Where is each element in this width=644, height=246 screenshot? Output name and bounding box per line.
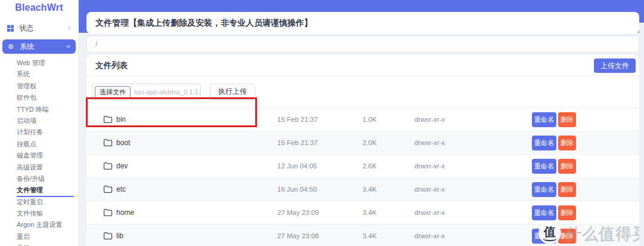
rename-button[interactable]: 重命名 xyxy=(532,205,556,220)
sidebar-item-label: 系统 xyxy=(20,42,34,52)
chevron-down-icon xyxy=(66,44,70,48)
submenu-item-mount-points[interactable]: 挂载点 xyxy=(0,139,78,150)
delete-button[interactable]: 删除 xyxy=(558,159,576,174)
file-size: 3.4K xyxy=(363,201,377,225)
folder-icon xyxy=(103,185,113,193)
file-permissions: drwxr-xr-x xyxy=(414,131,445,155)
delete-button[interactable]: 删除 xyxy=(558,182,576,197)
watermark-text: 什么值得买 xyxy=(565,223,644,245)
path-input[interactable]: / xyxy=(86,36,639,53)
file-name: etc xyxy=(116,178,126,201)
rename-button[interactable]: 重命名 xyxy=(532,136,556,150)
file-name: lib xyxy=(116,225,123,246)
submenu-item-software[interactable]: 软件包 xyxy=(0,92,78,103)
file-name: boot xyxy=(116,131,130,155)
delete-button[interactable]: 删除 xyxy=(558,205,576,220)
file-input[interactable]: 选择文件 luci-app-aliddns_0.1.1-1_all.ipk xyxy=(92,84,201,100)
sidebar-item-label: 状态 xyxy=(19,23,33,33)
file-size: 2.0K xyxy=(363,131,377,155)
page-title: 文件管理【集成上传删除及安装，非专业人员请谨慎操作】 xyxy=(86,12,639,34)
submenu-item-advanced-settings[interactable]: 高级设置 xyxy=(0,162,78,173)
folder-icon xyxy=(103,115,113,124)
submenu-item-startup[interactable]: 启动项 xyxy=(0,115,78,127)
file-list-header: 文件列表 上传文件 xyxy=(86,55,639,76)
file-name: dev xyxy=(116,155,128,178)
table-row[interactable]: dev 12 Jun 04:05 2.6K drwxr-xr-x 重命名 删除 xyxy=(86,154,639,177)
folder-icon xyxy=(103,208,113,217)
file-date: 27 May 23:08 xyxy=(277,225,319,246)
file-permissions: drwxr-xr-x xyxy=(414,108,445,131)
file-name: home xyxy=(116,201,134,225)
submenu-item-shutdown[interactable]: 关机 xyxy=(0,242,78,246)
chevron-right-icon xyxy=(66,26,70,30)
file-date: 15 Feb 21:37 xyxy=(277,131,318,155)
system-submenu: Web 管理 系统 管理权 软件包 TTYD 终端 启动项 计划任务 挂载点 磁… xyxy=(0,57,78,246)
submenu-item-admin-rights[interactable]: 管理权 xyxy=(0,81,78,92)
folder-icon xyxy=(103,139,113,147)
sidebar-item-status[interactable]: 状态 xyxy=(2,21,76,35)
submenu-item-argon-theme[interactable]: Argon 主题设置 xyxy=(0,219,78,230)
choose-file-button[interactable]: 选择文件 xyxy=(95,86,131,99)
app-logo: BleachWrt xyxy=(0,0,78,13)
main-content: 文件管理【集成上传删除及安装，非专业人员请谨慎操作】 / 文件列表 上传文件 选… xyxy=(79,0,644,246)
file-date: 15 Feb 21:37 xyxy=(277,108,318,131)
file-size: 2.6K xyxy=(363,155,377,178)
rename-button[interactable]: 重命名 xyxy=(532,112,556,127)
submenu-item-disk-management[interactable]: 磁盘管理 xyxy=(0,150,78,161)
file-list-card: 文件列表 上传文件 选择文件 luci-app-aliddns_0.1.1-1_… xyxy=(86,55,639,246)
page-title-card: 文件管理【集成上传删除及安装，非专业人员请谨慎操作】 xyxy=(86,12,639,34)
rename-button[interactable]: 重命名 xyxy=(532,159,556,174)
file-size: 3.4K xyxy=(363,178,377,201)
submenu-item-file-management[interactable]: 文件管理 xyxy=(0,184,78,196)
sidebar-item-system[interactable]: ⚙ 系统 xyxy=(2,39,76,54)
gear-icon: ⚙ xyxy=(7,43,14,50)
file-permissions: drwxr-xr-x xyxy=(414,155,445,178)
smzdm-badge-icon: 值 xyxy=(538,222,561,244)
file-date: 16 Jun 04:50 xyxy=(277,178,317,201)
submenu-item-ttyd[interactable]: TTYD 终端 xyxy=(0,104,78,115)
upload-zone: 选择文件 luci-app-aliddns_0.1.1-1_all.ipk 执行… xyxy=(86,76,639,107)
submenu-item-scheduled-tasks[interactable]: 计划任务 xyxy=(0,127,78,138)
file-permissions: drwxr-xr-x xyxy=(414,178,445,201)
table-row[interactable]: bin 15 Feb 21:37 1.0K drwxr-xr-x 重命名 删除 xyxy=(86,107,639,131)
file-date: 27 May 23:09 xyxy=(277,201,319,225)
sidebar: BleachWrt 状态 ⚙ 系统 Web 管理 系统 管理权 软件包 TTYD… xyxy=(0,0,79,246)
file-name: bin xyxy=(116,108,126,131)
file-permissions: drwxr-xr-x xyxy=(414,225,445,246)
execute-upload-button[interactable]: 执行上传 xyxy=(210,84,255,100)
submenu-item-web-admin[interactable]: Web 管理 xyxy=(0,57,78,69)
delete-button[interactable]: 删除 xyxy=(558,112,576,127)
upload-file-button[interactable]: 上传文件 xyxy=(594,59,636,73)
file-list-title: 文件列表 xyxy=(86,55,639,76)
submenu-item-scheduled-reboot[interactable]: 定时重启 xyxy=(0,196,78,208)
delete-button[interactable]: 删除 xyxy=(558,136,576,150)
submenu-item-file-transfer[interactable]: 文件传输 xyxy=(0,208,78,219)
scrollbar[interactable] xyxy=(639,23,644,246)
folder-icon xyxy=(103,162,113,170)
table-row[interactable]: home 27 May 23:09 3.4K drwxr-xr-x 重命名 删除 xyxy=(86,201,639,224)
submenu-item-reboot[interactable]: 重启 xyxy=(0,231,78,242)
file-size: 3.4K xyxy=(363,225,377,246)
file-permissions: drwxr-xr-x xyxy=(414,201,445,225)
selected-file-name: luci-app-aliddns_0.1.1-1_all.ipk xyxy=(134,88,201,96)
folder-icon xyxy=(103,232,113,240)
rename-button[interactable]: 重命名 xyxy=(532,182,556,197)
submenu-item-system[interactable]: 系统 xyxy=(0,69,78,80)
table-row[interactable]: boot 15 Feb 21:37 2.0K drwxr-xr-x 重命名 删除 xyxy=(86,131,639,154)
submenu-item-backup-upgrade[interactable]: 备份/升级 xyxy=(0,173,78,184)
file-date: 12 Jun 04:05 xyxy=(277,155,317,178)
table-row[interactable]: etc 16 Jun 04:50 3.4K drwxr-xr-x 重命名 删除 xyxy=(86,177,639,201)
dashboard-grid-icon xyxy=(7,25,14,32)
file-size: 1.0K xyxy=(363,108,377,131)
